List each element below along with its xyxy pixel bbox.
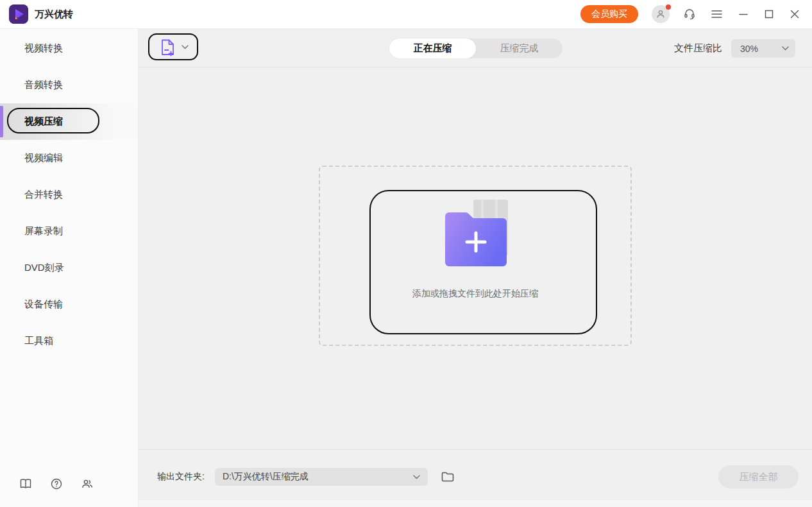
tab-completed[interactable]: 压缩完成 bbox=[476, 39, 562, 58]
sidebar-item-label: 屏幕录制 bbox=[24, 225, 63, 237]
sidebar-item-label: 合并转换 bbox=[24, 189, 63, 201]
add-file-button[interactable] bbox=[149, 34, 198, 60]
compression-ratio-value: 30% bbox=[740, 44, 758, 54]
sidebar-item-label: 设备传输 bbox=[24, 298, 63, 311]
menu-icon[interactable] bbox=[709, 7, 723, 21]
app-window: 万兴优转 会员购买 bbox=[0, 0, 812, 507]
sidebar-item-label: DVD刻录 bbox=[24, 262, 64, 274]
guide-book-icon[interactable] bbox=[19, 477, 32, 490]
sidebar-item-video-compress[interactable]: 视频压缩 bbox=[0, 103, 138, 140]
help-icon[interactable] bbox=[50, 477, 63, 490]
compression-ratio-dropdown[interactable]: 30% bbox=[731, 39, 795, 58]
titlebar-actions: 会员购买 bbox=[580, 5, 812, 23]
drop-hint-text: 添加或拖拽文件到此处开始压缩 bbox=[412, 288, 538, 300]
sidebar-item-label: 视频编辑 bbox=[24, 152, 63, 164]
sidebar-item-toolbox[interactable]: 工具箱 bbox=[0, 323, 138, 359]
app-logo-icon bbox=[9, 4, 28, 24]
chevron-down-icon bbox=[182, 45, 189, 49]
titlebar: 万兴优转 会员购买 bbox=[0, 0, 812, 29]
sidebar-item-label: 视频压缩 bbox=[24, 116, 63, 128]
output-folder-row: 输出文件夹: D:\万兴优转\压缩完成 bbox=[157, 468, 455, 486]
support-headset-icon[interactable] bbox=[682, 7, 697, 21]
bottom-bar: 输出文件夹: D:\万兴优转\压缩完成 压缩全部 bbox=[139, 449, 812, 499]
tab-compressing[interactable]: 正在压缩 bbox=[389, 39, 476, 58]
sidebar-item-label: 工具箱 bbox=[24, 335, 53, 347]
folder-plus-icon bbox=[427, 197, 523, 271]
sidebar-item-screen-record[interactable]: 屏幕录制 bbox=[0, 213, 138, 250]
notification-dot bbox=[666, 4, 671, 10]
compression-ratio-control: 文件压缩比 30% bbox=[674, 39, 795, 58]
chevron-down-icon bbox=[413, 475, 420, 479]
sidebar-item-video-convert[interactable]: 视频转换 bbox=[0, 30, 138, 67]
sidebar-nav: 视频转换 音频转换 视频压缩 视频编辑 合并转换 屏幕录制 DVD刻录 设备传输… bbox=[0, 29, 138, 359]
tab-group: 正在压缩 压缩完成 bbox=[389, 39, 562, 58]
main-panel: 正在压缩 压缩完成 文件压缩比 30% bbox=[139, 29, 812, 507]
sidebar-item-device-transfer[interactable]: 设备传输 bbox=[0, 286, 138, 323]
community-icon[interactable] bbox=[81, 477, 94, 490]
sidebar-footer bbox=[19, 477, 94, 490]
add-file-icon bbox=[160, 39, 176, 56]
maximize-button[interactable] bbox=[763, 8, 775, 20]
sidebar-item-label: 视频转换 bbox=[24, 42, 63, 55]
window-bottom-strip bbox=[139, 499, 812, 507]
drop-area[interactable]: 添加或拖拽文件到此处开始压缩 bbox=[319, 166, 632, 346]
sidebar: 视频转换 音频转换 视频压缩 视频编辑 合并转换 屏幕录制 DVD刻录 设备传输… bbox=[0, 29, 139, 507]
browse-folder-icon[interactable] bbox=[441, 470, 455, 484]
output-folder-path: D:\万兴优转\压缩完成 bbox=[223, 471, 309, 483]
account-avatar[interactable] bbox=[652, 5, 670, 23]
chevron-down-icon bbox=[782, 46, 789, 51]
active-indicator-bar bbox=[0, 106, 3, 137]
sidebar-item-label: 音频转换 bbox=[24, 79, 63, 91]
minimize-button[interactable] bbox=[738, 8, 749, 20]
toolbar: 正在压缩 压缩完成 文件压缩比 30% bbox=[139, 29, 812, 67]
sidebar-item-video-edit[interactable]: 视频编辑 bbox=[0, 140, 138, 176]
sidebar-item-audio-convert[interactable]: 音频转换 bbox=[0, 67, 138, 103]
sidebar-item-merge-convert[interactable]: 合并转换 bbox=[0, 176, 138, 213]
output-folder-select[interactable]: D:\万兴优转\压缩完成 bbox=[215, 468, 428, 486]
app-title: 万兴优转 bbox=[35, 8, 73, 21]
sidebar-item-dvd-burn[interactable]: DVD刻录 bbox=[0, 250, 138, 286]
compress-all-button[interactable]: 压缩全部 bbox=[718, 465, 799, 488]
output-folder-label: 输出文件夹: bbox=[157, 471, 205, 483]
membership-button[interactable]: 会员购买 bbox=[580, 5, 638, 23]
compression-ratio-label: 文件压缩比 bbox=[674, 42, 722, 55]
close-button[interactable] bbox=[789, 8, 800, 20]
